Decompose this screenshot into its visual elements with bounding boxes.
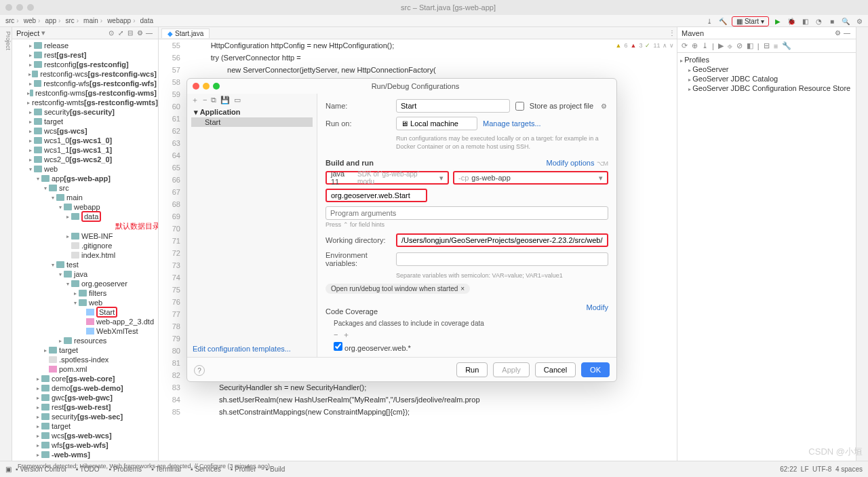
config-tree-item[interactable]: Start (191, 117, 313, 127)
download-icon[interactable]: ⤓ (702, 41, 708, 50)
help-icon[interactable]: ? (194, 365, 205, 376)
coverage-icon[interactable]: ◧ (800, 16, 810, 26)
project-panel-header[interactable]: Project ▾ ⊙ ⤢ ⊟ ⚙ — (12, 27, 158, 39)
profile-icon[interactable]: ◔ (814, 16, 823, 26)
manage-targets-link[interactable]: Manage targets... (483, 119, 541, 128)
tree-item[interactable]: ▾java (12, 269, 158, 279)
editor-tab[interactable]: ◆ Start.java (161, 28, 210, 38)
gear-icon[interactable]: ⚙ (854, 16, 864, 26)
generate-icon[interactable]: ⊕ (692, 41, 698, 50)
name-input[interactable] (396, 99, 510, 113)
tree-item[interactable]: ▸restconfig [gs-restconfig] (12, 60, 158, 69)
config-tree-item[interactable]: ▾ Application (191, 107, 313, 117)
tree-item[interactable]: ▸target (12, 345, 158, 355)
tree-item[interactable]: web-app_2_3.dtd (12, 317, 158, 326)
tree-item[interactable]: ▾app [gs-web-app] (12, 174, 158, 183)
tab-menu-icon[interactable]: ⋮ (667, 28, 677, 38)
settings-icon[interactable]: ≡ (774, 42, 778, 50)
tree-item[interactable]: ▾webapp (12, 202, 158, 212)
edit-templates-link[interactable]: Edit configuration templates... (193, 345, 291, 353)
tree-item[interactable]: ▸rest [gs-web-rest] (12, 402, 158, 412)
folder-icon[interactable]: ▭ (234, 96, 241, 104)
run-on-select[interactable]: 🖥 Local machine (396, 117, 477, 130)
tree-item[interactable]: ▸ -web-wms] (12, 450, 158, 459)
breadcrumb-item[interactable]: main (83, 17, 104, 24)
tree-item[interactable]: ▾org.geoserver (12, 279, 158, 288)
left-gutter[interactable]: Project (0, 27, 12, 461)
tree-item[interactable]: ▸wfs [gs-web-wfs] (12, 440, 158, 450)
encoding[interactable]: UTF-8 (812, 465, 831, 473)
debug-icon[interactable]: 🐞 (787, 16, 796, 26)
tool-window-icon[interactable]: ▣ (5, 465, 12, 473)
program-args-input[interactable] (326, 206, 608, 220)
hide-icon[interactable]: — (144, 28, 154, 38)
gear-icon[interactable]: ⚙ (135, 28, 144, 38)
run-button[interactable]: Run (456, 362, 488, 377)
save-icon[interactable]: 💾 (220, 96, 230, 104)
gear-icon[interactable]: ⚙ (599, 101, 608, 111)
tree-item[interactable]: ▸wcs2_0 [gs-wcs2_0] (12, 155, 158, 164)
tree-item[interactable]: ▸restconfig-wcs [gs-restconfig-wcs] (12, 69, 158, 79)
maven-item[interactable]: ▸ GeoServer JDBC Catalog (680, 75, 853, 84)
dialog-window-controls[interactable] (193, 83, 220, 90)
run-config-selector[interactable]: ▦ Start ▾ (732, 16, 769, 26)
tree-item[interactable]: ▸wcs [gs-wcs] (12, 126, 158, 136)
run-icon[interactable]: ▶ (773, 16, 783, 26)
collapse-icon[interactable]: ⊟ (764, 41, 770, 50)
tree-item[interactable]: WebXmlTest (12, 326, 158, 336)
tree-item[interactable]: ▸WEB-INF (12, 231, 158, 241)
open-tool-chip[interactable]: Open run/debug tool window when started … (326, 284, 470, 294)
right-gutter[interactable] (856, 27, 868, 461)
tree-item[interactable]: ▸wcs1_0 [gs-wcs1_0] (12, 136, 158, 145)
tree-item[interactable]: ▾main (12, 193, 158, 202)
expand-icon[interactable]: ⤢ (116, 28, 125, 38)
tree-item[interactable]: ▸target (12, 421, 158, 431)
env-input[interactable] (396, 252, 608, 266)
ok-button[interactable]: OK (581, 362, 610, 377)
tree-item[interactable]: ▸core [gs-web-core] (12, 374, 158, 383)
remove-icon[interactable]: − (334, 330, 338, 339)
classpath-select[interactable]: -cp gs-web-app ▾ (453, 171, 608, 185)
chevron-down-icon[interactable]: ▾ (41, 28, 45, 37)
gear-icon[interactable]: ⚙ (833, 28, 842, 38)
tree-item[interactable]: ▸gwc [gs-web-gwc] (12, 393, 158, 402)
tree-item[interactable]: ▸restconfig-wmts [gs-restconfig-wmts] (12, 98, 158, 107)
search-icon[interactable]: 🔍 (841, 16, 850, 26)
coverage-pkg-checkbox[interactable] (334, 342, 342, 351)
tree-item[interactable]: ▾src (12, 183, 158, 193)
stop-icon[interactable]: ■ (827, 16, 837, 26)
apply-button[interactable]: Apply (493, 362, 530, 377)
editor-tab-bar[interactable]: ◆ Start.java ⋮ (159, 27, 677, 39)
tree-item[interactable]: ▸resources (12, 336, 158, 345)
tree-item[interactable]: ▸release (12, 41, 158, 50)
tree-item[interactable]: ▸demo [gs-web-demo] (12, 383, 158, 393)
modify-options-link[interactable]: Modify options (547, 159, 595, 167)
indent[interactable]: 4 spaces (835, 465, 863, 473)
maven-item[interactable]: ▸ GeoServer (680, 65, 853, 75)
status-message[interactable]: Frameworks detected: Hibernate, Web fram… (18, 463, 270, 470)
hammer-icon[interactable]: 🔨 (718, 16, 728, 26)
breadcrumb-item[interactable]: app (45, 17, 62, 24)
reload-icon[interactable]: ⟳ (682, 41, 688, 50)
maven-tree[interactable]: ▸ Profiles▸ GeoServer▸ GeoServer JDBC Ca… (677, 53, 856, 96)
breadcrumb-item[interactable]: src (5, 17, 21, 24)
working-dir-input[interactable] (396, 233, 608, 247)
store-as-file-checkbox[interactable] (515, 102, 524, 111)
build-icon[interactable]: ⤓ (705, 16, 714, 26)
tree-item[interactable]: ▾web (12, 164, 158, 174)
tree-item[interactable]: ▾test (12, 260, 158, 269)
toggle-icon[interactable]: ⊘ (736, 41, 743, 50)
dialog-sidebar-toolbar[interactable]: ＋ − ⧉ 💾 ▭ (187, 94, 317, 106)
add-icon[interactable]: ＋ (191, 95, 199, 105)
jdk-select[interactable]: java 11 SDK of 'gs-web-app' modu ▾ (326, 171, 449, 185)
collapse-icon[interactable]: ⊟ (125, 28, 135, 38)
hide-icon[interactable]: — (842, 28, 852, 38)
tree-item[interactable]: ▸restconfig-wms [gs-restconfig-wms] (12, 88, 158, 98)
tree-item[interactable]: ▸rest [gs-rest] (12, 50, 158, 60)
tree-item[interactable]: pom.xml (12, 364, 158, 374)
tree-item[interactable]: ▸filters (12, 288, 158, 298)
window-controls[interactable] (5, 4, 34, 11)
line-gutter[interactable]: 5556575859606162636465666768697071727374… (159, 39, 186, 461)
tree-item[interactable]: .gitignore (12, 241, 158, 250)
cursor-pos[interactable]: 62:22 (780, 465, 797, 473)
